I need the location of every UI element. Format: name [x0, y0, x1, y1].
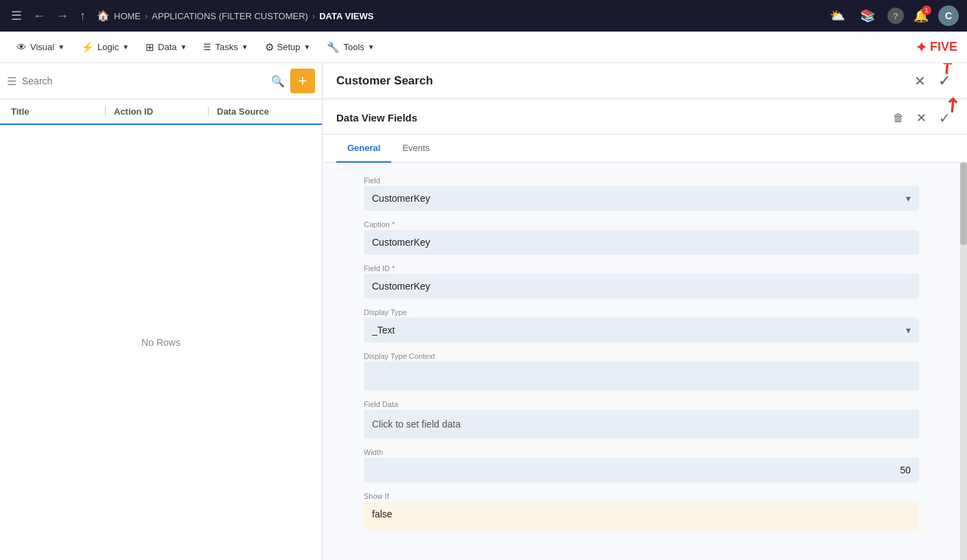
rp-header: Customer Search ✕ ✓: [323, 63, 967, 99]
nav-label-tools: Tools: [343, 42, 364, 52]
add-button[interactable]: +: [290, 69, 315, 93]
search-bar: ☰ 🔍 +: [0, 63, 322, 100]
col-header-data-source: Data Source: [208, 106, 311, 117]
notification-bell[interactable]: 🔔 1: [913, 8, 929, 23]
home-icon[interactable]: 🏠: [97, 10, 110, 22]
tools-dropdown-icon: ▼: [368, 43, 375, 51]
back-icon[interactable]: ←: [30, 6, 48, 26]
display-type-select-wrapper: _Text ▾: [364, 318, 919, 342]
nav-item-setup[interactable]: ⚙ Setup ▼: [258, 37, 318, 58]
logic-icon: ⚡: [81, 41, 94, 54]
nav-label-logic: Logic: [97, 42, 119, 52]
width-group: Width: [364, 448, 919, 482]
breadcrumb-home[interactable]: HOME: [114, 11, 141, 21]
up-icon[interactable]: ↑: [77, 6, 89, 26]
rp-save-button[interactable]: ✓: [935, 69, 953, 93]
books-icon[interactable]: 📚: [857, 5, 878, 26]
top-nav-bar: ☰ ← → ↑ 🏠 HOME › APPLICATIONS (FILTER CU…: [0, 0, 967, 32]
field-group: Field CustomerKey ▾: [364, 176, 919, 211]
field-data-label: Field Data: [364, 400, 919, 408]
caption-input[interactable]: [364, 230, 919, 255]
second-nav-bar: 👁 Visual ▼ ⚡ Logic ▼ ⊞ Data ▼ ☰ Tasks ▼ …: [0, 32, 967, 63]
top-nav-actions: ⛅ 📚 ? 🔔 1 C: [827, 5, 959, 26]
sub-panel-title: Data View Fields: [336, 112, 883, 124]
no-rows-message: No Rows: [0, 125, 322, 560]
display-type-context-label: Display Type Context: [364, 352, 919, 360]
scrollbar-thumb[interactable]: [960, 163, 967, 245]
nav-label-visual: Visual: [30, 42, 54, 52]
nav-label-data: Data: [158, 42, 176, 52]
menu-icon[interactable]: ☰: [8, 5, 25, 26]
breadcrumb-sep-1: ›: [145, 11, 148, 21]
width-label: Width: [364, 448, 919, 456]
field-select[interactable]: CustomerKey: [364, 186, 919, 211]
data-icon: ⊞: [145, 41, 154, 54]
field-data-button[interactable]: Click to set field data: [364, 410, 919, 439]
main-layout: ☰ 🔍 + Title Action ID Data Source No Row…: [0, 63, 967, 560]
display-type-context-field[interactable]: [364, 362, 919, 390]
nav-item-tasks[interactable]: ☰ Tasks ▼: [196, 38, 255, 56]
breadcrumb-dataviews[interactable]: DATA VIEWS: [319, 11, 373, 21]
breadcrumb-applications[interactable]: APPLICATIONS (FILTER CUSTOMER): [152, 11, 308, 21]
forward-icon[interactable]: →: [54, 6, 71, 26]
setup-icon: ⚙: [265, 41, 274, 54]
tasks-icon: ☰: [203, 42, 211, 52]
right-panel: Customer Search ✕ ✓ ↗ Data View Fields 🗑…: [323, 63, 967, 560]
field-label: Field: [364, 176, 919, 185]
display-type-group: Display Type _Text ▾: [364, 308, 919, 342]
show-if-group: Show If false: [364, 492, 919, 530]
left-panel: ☰ 🔍 + Title Action ID Data Source No Row…: [0, 63, 323, 560]
data-dropdown-icon: ▼: [180, 43, 187, 51]
sub-header-wrap: Data View Fields 🗑 ✕ ✓ ↗: [323, 99, 967, 135]
logic-dropdown-icon: ▼: [122, 43, 129, 51]
sub-close-button[interactable]: ✕: [913, 108, 929, 128]
caption-label: Caption *: [364, 220, 919, 229]
rp-title: Customer Search: [336, 74, 905, 88]
sub-save-button[interactable]: ✓: [936, 107, 953, 129]
width-input[interactable]: [364, 458, 919, 482]
display-type-context-group: Display Type Context: [364, 352, 919, 390]
nav-item-data[interactable]: ⊞ Data ▼: [139, 37, 194, 58]
nav-label-setup: Setup: [277, 42, 301, 52]
sub-panel-header: Data View Fields 🗑 ✕ ✓: [323, 102, 967, 135]
five-logo: ✦ FIVE: [916, 39, 957, 56]
tab-events[interactable]: Events: [391, 135, 441, 163]
tools-icon: 🔧: [327, 41, 340, 54]
col-header-action-id: Action ID: [105, 106, 208, 117]
search-icon: 🔍: [271, 75, 285, 88]
col-header-title: Title: [11, 106, 105, 117]
tab-general[interactable]: General: [336, 135, 391, 163]
five-logo-star: ✦: [916, 39, 927, 56]
cloud-icon[interactable]: ⛅: [827, 5, 848, 26]
visual-icon: 👁: [16, 41, 27, 53]
search-input[interactable]: [22, 75, 266, 86]
nav-item-visual[interactable]: 👁 Visual ▼: [10, 37, 71, 57]
form-area: Field CustomerKey ▾ Caption * Field ID: [323, 163, 960, 560]
scrollbar-track[interactable]: [960, 163, 967, 560]
visual-dropdown-icon: ▼: [58, 43, 65, 51]
display-type-label: Display Type: [364, 308, 919, 316]
field-id-group: Field ID *: [364, 264, 919, 299]
nav-label-tasks: Tasks: [215, 42, 237, 52]
show-if-field[interactable]: false: [364, 502, 919, 530]
filter-icon: ☰: [7, 75, 16, 88]
table-header: Title Action ID Data Source: [0, 100, 322, 125]
nav-item-logic[interactable]: ⚡ Logic ▼: [74, 37, 136, 58]
tasks-dropdown-icon: ▼: [242, 43, 248, 51]
right-panel-scroll: Field CustomerKey ▾ Caption * Field ID: [323, 163, 967, 560]
show-if-label: Show If: [364, 492, 919, 500]
field-select-wrapper: CustomerKey ▾: [364, 186, 919, 211]
five-logo-text: FIVE: [930, 40, 957, 54]
help-icon[interactable]: ?: [887, 8, 904, 24]
breadcrumb: 🏠 HOME › APPLICATIONS (FILTER CUSTOMER) …: [97, 10, 373, 22]
field-id-input[interactable]: [364, 274, 919, 299]
caption-group: Caption *: [364, 220, 919, 255]
avatar[interactable]: C: [938, 5, 959, 26]
field-data-group: Field Data Click to set field data: [364, 400, 919, 439]
sub-delete-button[interactable]: 🗑: [890, 109, 907, 127]
notification-count: 1: [922, 5, 931, 15]
rp-close-button[interactable]: ✕: [911, 70, 929, 92]
display-type-select[interactable]: _Text: [364, 318, 919, 342]
nav-item-tools[interactable]: 🔧 Tools ▼: [320, 37, 381, 58]
field-id-label: Field ID *: [364, 264, 919, 272]
